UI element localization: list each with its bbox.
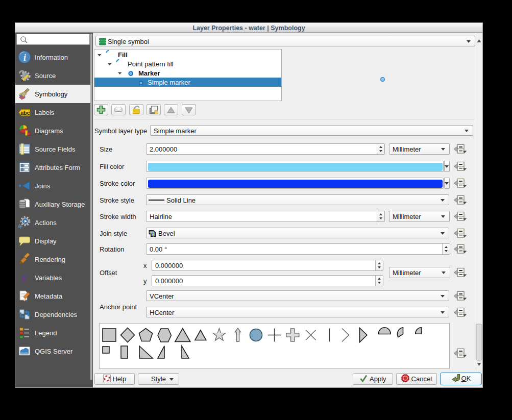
svg-text:i: i [23,53,26,63]
svg-text:abc: abc [20,110,30,116]
svg-text:ε: ε [21,271,27,284]
